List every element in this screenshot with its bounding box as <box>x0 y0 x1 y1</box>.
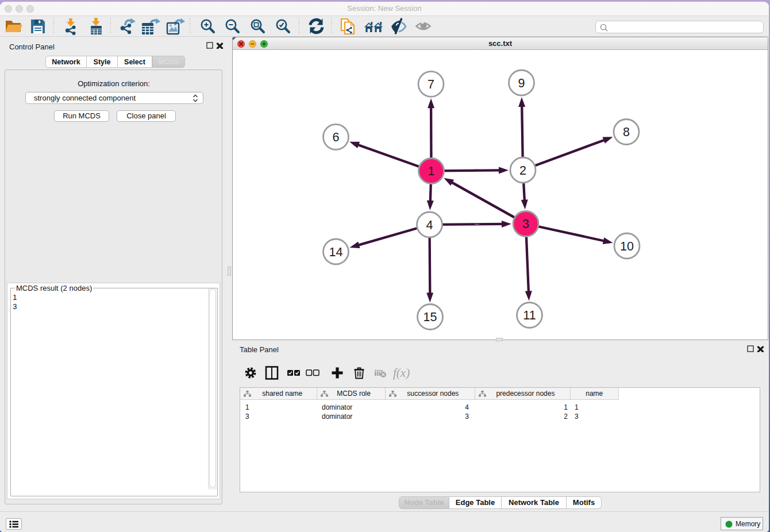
svg-text:9: 9 <box>518 76 525 90</box>
svg-text:1: 1 <box>428 164 435 178</box>
svg-text:14: 14 <box>329 245 343 259</box>
svg-text:15: 15 <box>424 310 437 324</box>
svg-text:11: 11 <box>523 309 536 322</box>
svg-text:8: 8 <box>623 125 630 139</box>
svg-text:f(x): f(x) <box>393 366 410 380</box>
svg-text:3: 3 <box>522 217 529 231</box>
svg-text:6: 6 <box>333 130 340 144</box>
svg-text:4: 4 <box>426 218 433 232</box>
svg-text:10: 10 <box>620 240 634 253</box>
svg-text:2: 2 <box>519 164 526 178</box>
svg-text:7: 7 <box>428 78 434 91</box>
